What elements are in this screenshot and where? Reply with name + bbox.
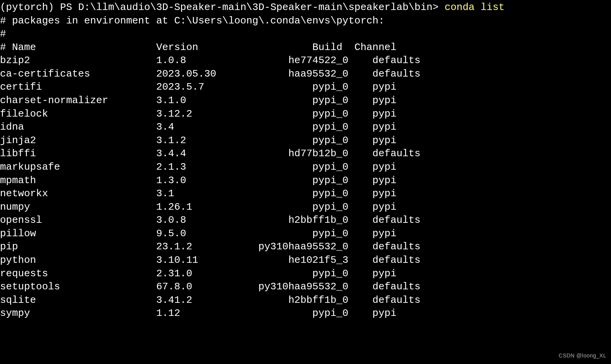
header-columns: # Name Version Build Channel xyxy=(0,42,397,53)
package-rows: bzip2 1.0.8 he774522_0 defaults ca-certi… xyxy=(0,55,420,319)
prompt-command: conda list xyxy=(445,2,505,13)
terminal-output[interactable]: (pytorch) PS D:\llm\audio\3D-Speaker-mai… xyxy=(0,0,611,320)
prompt-line: (pytorch) PS D:\llm\audio\3D-Speaker-mai… xyxy=(0,2,505,13)
header-line-2: # xyxy=(0,28,6,40)
header-line-1: # packages in environment at C:\Users\lo… xyxy=(0,15,385,27)
watermark: CSDN @loong_XL xyxy=(559,352,606,359)
prompt-path: D:\llm\audio\3D-Speaker-main\3D-Speaker-… xyxy=(78,2,439,13)
prompt-env: (pytorch) xyxy=(0,2,54,13)
prompt-shell: PS xyxy=(60,2,72,13)
